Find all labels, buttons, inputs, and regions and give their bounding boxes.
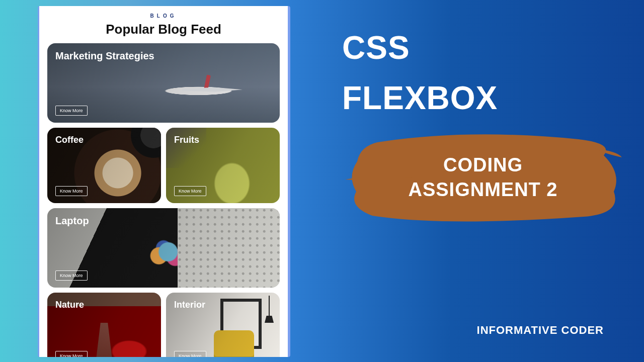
headline-line-2: FLEXBOX bbox=[342, 80, 624, 116]
blog-card[interactable]: CoffeeKnow More bbox=[47, 128, 161, 203]
card-title: Coffee bbox=[55, 135, 153, 145]
card-title: Nature bbox=[55, 300, 153, 310]
blog-card[interactable]: FruitsKnow More bbox=[166, 128, 280, 203]
headline-block: CSS FLEXBOX CODING ASSIGNMENT 2 bbox=[342, 30, 624, 224]
card-title: Marketing Strategies bbox=[55, 50, 272, 62]
assignment-line-2: ASSIGNMENT 2 bbox=[408, 177, 557, 202]
card-grid: Marketing StrategiesKnow MoreCoffeeKnow … bbox=[47, 43, 280, 357]
blog-panel: BLOG Popular Blog Feed Marketing Strateg… bbox=[39, 6, 288, 357]
know-more-button[interactable]: Know More bbox=[55, 186, 88, 196]
blog-card[interactable]: LaptopKnow More bbox=[47, 208, 280, 288]
know-more-button[interactable]: Know More bbox=[174, 186, 206, 196]
blog-card[interactable]: Marketing StrategiesKnow More bbox=[47, 43, 280, 123]
headline-line-1: CSS bbox=[342, 30, 624, 65]
author-credit: INFORMATIVE CODER bbox=[477, 324, 604, 337]
blog-heading: Popular Blog Feed bbox=[47, 22, 280, 37]
know-more-button[interactable]: Know More bbox=[174, 351, 206, 357]
blog-card[interactable]: NatureKnow More bbox=[47, 293, 161, 357]
assignment-label: CODING ASSIGNMENT 2 bbox=[408, 153, 557, 203]
assignment-line-1: CODING bbox=[408, 153, 557, 177]
know-more-button[interactable]: Know More bbox=[55, 106, 88, 116]
know-more-button[interactable]: Know More bbox=[55, 351, 88, 357]
blog-eyebrow: BLOG bbox=[47, 13, 280, 19]
card-title: Interior bbox=[174, 300, 272, 310]
brush-badge: CODING ASSIGNMENT 2 bbox=[342, 131, 624, 224]
blog-card[interactable]: InteriorKnow More bbox=[166, 293, 280, 357]
know-more-button[interactable]: Know More bbox=[55, 270, 88, 281]
card-title: Fruits bbox=[174, 135, 272, 145]
card-title: Laptop bbox=[55, 215, 272, 227]
